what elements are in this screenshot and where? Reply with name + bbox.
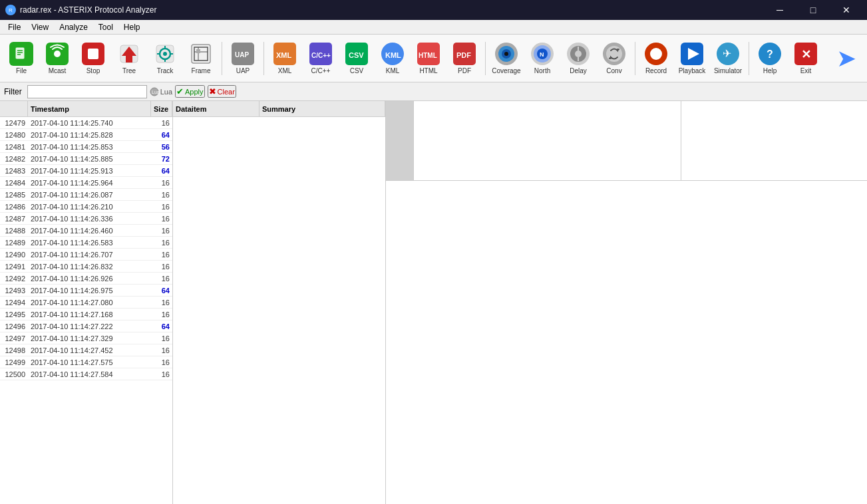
toolbar-mcast-button[interactable]: Mcast (40, 37, 75, 80)
dataitem-col-header[interactable]: Dataitem (173, 101, 260, 116)
toolbar-pdf-button[interactable]: PDF PDF (447, 37, 482, 80)
toolbar-cpp-button[interactable]: C/C++ C/C++ (303, 37, 338, 80)
table-row[interactable]: 12495 2017-04-10 11:14:27.168 16 (0, 309, 172, 320)
menu-help[interactable]: Help (118, 20, 146, 34)
cell-row-num: 12482 (0, 155, 28, 163)
filter-input[interactable] (27, 85, 147, 98)
tree-icon (117, 42, 141, 66)
svg-rect-8 (88, 49, 98, 59)
toolbar-simulator-button[interactable]: ✈ Simulator (711, 37, 745, 80)
cell-timestamp: 2017-04-10 11:14:26.210 (28, 203, 151, 211)
table-row[interactable]: 12489 2017-04-10 11:14:26.583 16 (0, 237, 172, 249)
menu-view[interactable]: View (26, 20, 54, 34)
table-row[interactable]: 12494 2017-04-10 11:14:27.080 16 (0, 297, 172, 309)
toolbar-xml-button[interactable]: XML XML (267, 37, 302, 80)
toolbar-uap-button[interactable]: UAP UAP (226, 37, 260, 80)
table-row[interactable]: 12493 2017-04-10 11:14:26.975 64 (0, 285, 172, 297)
cell-timestamp: 2017-04-10 11:14:26.087 (28, 191, 151, 199)
svg-text:CSV: CSV (349, 51, 364, 59)
uap-icon: UAP (231, 42, 255, 66)
toolbar-stop-button[interactable]: Stop (76, 37, 110, 80)
minimize-button[interactable]: ─ (765, 0, 795, 20)
maximize-button[interactable]: □ (798, 0, 828, 20)
cell-timestamp: 2017-04-10 11:14:26.926 (28, 275, 151, 283)
filter-bar: Filter Lua Lua ✔ Apply ✖ Clear (0, 82, 867, 101)
toolbar-record-button[interactable]: Record (639, 37, 673, 80)
col-timestamp-header[interactable]: Timestamp (28, 101, 151, 116)
table-row[interactable]: 12485 2017-04-10 11:14:26.087 16 (0, 189, 172, 201)
toolbar-kml-button[interactable]: KML KML (375, 37, 410, 80)
cell-size: 56 (151, 143, 172, 151)
col-size-header[interactable]: Size (151, 101, 172, 116)
table-row[interactable]: 12496 2017-04-10 11:14:27.222 64 (0, 320, 172, 332)
cell-size: 64 (151, 287, 172, 295)
packet-list-body[interactable]: 12479 2017-04-10 11:14:25.740 16 12480 2… (0, 117, 172, 504)
table-row[interactable]: 12480 2017-04-10 11:14:25.828 64 (0, 129, 172, 141)
toolbar-exit-button[interactable]: ✕ Exit (788, 37, 823, 80)
summary-col-header[interactable]: Summary (260, 101, 385, 116)
toolbar-file-button[interactable]: File (4, 37, 39, 80)
table-row[interactable]: 12497 2017-04-10 11:14:27.329 16 (0, 332, 172, 344)
toolbar-coverage-button[interactable]: Coverage (489, 37, 524, 80)
cell-timestamp: 2017-04-10 11:14:26.975 (28, 287, 151, 295)
toolbar-delay-button[interactable]: Delay (561, 37, 596, 80)
toolbar-playback-button[interactable]: Playback (675, 37, 709, 80)
map-bottom (386, 181, 867, 504)
cell-size: 64 (151, 131, 172, 139)
table-row[interactable]: 12500 2017-04-10 11:14:27.584 16 (0, 368, 172, 380)
filter-label: Filter (4, 87, 22, 96)
cell-row-num: 12488 (0, 227, 28, 235)
table-row[interactable]: 12498 2017-04-10 11:14:27.452 16 (0, 344, 172, 356)
cell-row-num: 12486 (0, 203, 28, 211)
table-row[interactable]: 12481 2017-04-10 11:14:25.853 56 (0, 141, 172, 153)
right-panel (386, 101, 867, 504)
cell-row-num: 12490 (0, 251, 28, 259)
table-row[interactable]: 12482 2017-04-10 11:14:25.885 72 (0, 153, 172, 165)
cell-size: 16 (151, 334, 172, 342)
detail-body[interactable] (173, 117, 385, 504)
cell-size: 64 (151, 167, 172, 175)
toolbar-north-button[interactable]: N North (525, 37, 560, 80)
cell-timestamp: 2017-04-10 11:14:25.885 (28, 155, 151, 163)
toolbar-conv-button[interactable]: Conv (597, 37, 631, 80)
menu-file[interactable]: File (3, 20, 26, 34)
cell-timestamp: 2017-04-10 11:14:25.913 (28, 167, 151, 175)
app-icon: R (5, 5, 16, 15)
table-row[interactable]: 12488 2017-04-10 11:14:26.460 16 (0, 225, 172, 237)
map-top (386, 101, 867, 181)
svg-text:PDF: PDF (456, 51, 471, 59)
table-row[interactable]: 12486 2017-04-10 11:14:26.210 16 (0, 201, 172, 213)
toolbar-track-button[interactable]: Track (148, 37, 182, 80)
cell-timestamp: 2017-04-10 11:14:25.964 (28, 179, 151, 187)
cpp-label: C/C++ (311, 67, 331, 74)
table-row[interactable]: 12487 2017-04-10 11:14:26.336 16 (0, 213, 172, 225)
toolbar-html-button[interactable]: HTML HTML (411, 37, 446, 80)
svg-text:XML: XML (276, 51, 292, 59)
clear-button[interactable]: ✖ Clear (208, 85, 236, 98)
table-row[interactable]: 12499 2017-04-10 11:14:27.575 16 (0, 356, 172, 368)
cell-size: 16 (151, 215, 172, 223)
menu-analyze[interactable]: Analyze (54, 20, 93, 34)
svg-point-40 (504, 52, 508, 56)
table-row[interactable]: 12479 2017-04-10 11:14:25.740 16 (0, 117, 172, 129)
cell-size: 64 (151, 322, 172, 330)
col-num-header[interactable] (0, 101, 28, 116)
toolbar-csv-button[interactable]: CSV CSV (339, 37, 374, 80)
cell-timestamp: 2017-04-10 11:14:25.828 (28, 131, 151, 139)
toolbar-frame-button[interactable]: Frame (184, 37, 218, 80)
apply-button[interactable]: ✔ Apply (175, 85, 205, 98)
table-row[interactable]: 12491 2017-04-10 11:14:26.832 16 (0, 261, 172, 273)
apply-checkmark: ✔ (176, 86, 184, 96)
menu-tool[interactable]: Tool (93, 20, 118, 34)
sep4 (635, 42, 635, 75)
table-row[interactable]: 12490 2017-04-10 11:14:26.707 16 (0, 249, 172, 261)
table-row[interactable]: 12483 2017-04-10 11:14:25.913 64 (0, 165, 172, 177)
table-row[interactable]: 12492 2017-04-10 11:14:26.926 16 (0, 273, 172, 285)
toolbar-tree-button[interactable]: Tree (112, 37, 146, 80)
close-button[interactable]: ✕ (831, 0, 862, 20)
conv-icon (602, 42, 626, 66)
toolbar-help-button[interactable]: ? Help (753, 37, 787, 80)
table-row[interactable]: 12484 2017-04-10 11:14:25.964 16 (0, 177, 172, 189)
sep5 (749, 42, 749, 75)
svg-text:UAP: UAP (235, 51, 249, 59)
